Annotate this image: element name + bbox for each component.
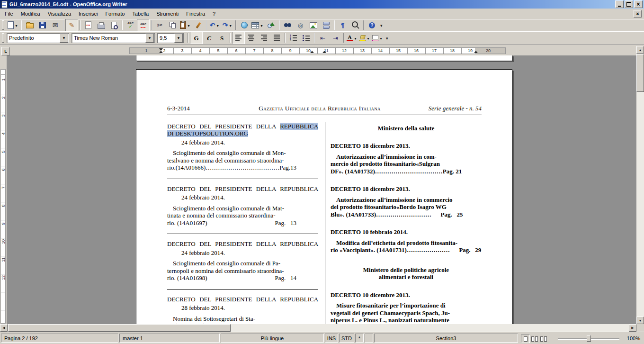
zoom-slider-thumb[interactable]	[587, 335, 591, 342]
highlighting-button[interactable]	[358, 32, 371, 44]
gallery-button[interactable]	[307, 19, 320, 31]
single-page-view-button[interactable]	[521, 335, 530, 343]
minimize-button[interactable]	[615, 0, 624, 8]
maximize-button[interactable]	[625, 0, 633, 8]
menu-finestra[interactable]: Finestra	[182, 9, 209, 18]
document-page[interactable]: 6-3-2014 Gazzetta Ufficiale della Repubb…	[136, 69, 512, 324]
navigator-button[interactable]	[294, 19, 307, 31]
left-indent-marker[interactable]	[159, 51, 163, 53]
page-preview-button[interactable]	[107, 19, 120, 31]
decrease-indent-button[interactable]	[316, 32, 329, 44]
font-color-button[interactable]	[346, 32, 358, 44]
right-indent-marker[interactable]	[474, 51, 478, 53]
data-sources-button[interactable]	[320, 19, 332, 31]
chevron-down-icon[interactable]	[14, 22, 18, 28]
edit-file-button[interactable]	[65, 19, 78, 31]
menu-visualizza[interactable]: Visualizza	[44, 9, 75, 18]
scroll-left-icon[interactable]: ◀	[0, 324, 8, 332]
menu-tabella[interactable]: Tabella	[128, 9, 152, 18]
format-paintbrush-button[interactable]	[192, 19, 205, 31]
toolbar-options-button[interactable]	[386, 35, 388, 41]
book-view-button[interactable]	[539, 335, 548, 343]
underline-button[interactable]: S	[215, 32, 228, 44]
chevron-down-icon[interactable]	[228, 22, 233, 28]
insert-table-button[interactable]	[250, 19, 265, 31]
document-canvas[interactable]: 6-3-2014 Gazzetta Ufficiale della Repubb…	[7, 55, 636, 324]
bullet-list-button[interactable]	[300, 32, 313, 44]
font-name-select[interactable]: Times New Roman	[72, 33, 155, 43]
title-bar[interactable]: GU_6marzo2014_54.odt - OpenOffice.org Wr…	[0, 0, 644, 9]
paste-button[interactable]	[179, 19, 192, 31]
chevron-down-icon[interactable]	[145, 34, 154, 43]
menu-file[interactable]: File	[1, 9, 17, 18]
print-button[interactable]	[95, 19, 107, 31]
cut-button[interactable]	[153, 19, 166, 31]
status-section[interactable]: Section3	[374, 334, 518, 343]
selected-text[interactable]: DI DESKTOPSOLUTION.ORG	[167, 130, 248, 137]
paragraph-style-select[interactable]: Predefinito	[7, 33, 69, 43]
status-insert-mode[interactable]: INS	[325, 334, 338, 343]
chevron-down-icon[interactable]	[174, 34, 183, 43]
justify-button[interactable]	[270, 32, 283, 44]
close-document-icon[interactable]	[634, 10, 642, 18]
menu-strumenti[interactable]: Strumenti	[152, 9, 182, 18]
tab-stop-selector[interactable]	[1, 47, 10, 55]
toolbar-options-button[interactable]	[380, 22, 383, 28]
status-selection-mode[interactable]: STD	[339, 334, 354, 343]
menu-inserisci[interactable]: Inserisci	[75, 9, 101, 18]
status-page-style[interactable]: master 1	[119, 334, 220, 343]
bold-button[interactable]: G	[190, 32, 203, 44]
close-button[interactable]	[634, 0, 643, 8]
redo-button[interactable]	[221, 19, 234, 31]
multi-page-view-button[interactable]	[530, 335, 539, 343]
show-draw-functions-button[interactable]	[265, 19, 277, 31]
selected-text[interactable]: REPUBBLICA	[280, 123, 318, 130]
toolbar-grip[interactable]	[2, 33, 4, 43]
status-page-number[interactable]: Pagina 2 / 192	[1, 334, 118, 343]
toolbar-grip[interactable]	[2, 20, 4, 30]
spellcheck-button[interactable]	[124, 19, 137, 31]
horizontal-scrollbar[interactable]: ◀ ▶	[0, 324, 636, 332]
menu-modifica[interactable]: Modifica	[17, 9, 44, 18]
new-document-button[interactable]	[7, 19, 19, 31]
horizontal-scroll-thumb[interactable]	[8, 324, 231, 332]
scroll-up-icon[interactable]: ▲	[636, 46, 644, 54]
status-zoom-level[interactable]: 100%	[622, 334, 643, 343]
scroll-right-icon[interactable]: ▶	[629, 324, 636, 332]
zoom-button[interactable]	[349, 19, 362, 31]
column-end-marker[interactable]	[310, 51, 314, 53]
font-size-select[interactable]: 9,5	[157, 33, 184, 43]
help-button[interactable]	[366, 19, 378, 31]
menu-formato[interactable]: Formato	[101, 9, 128, 18]
save-button[interactable]	[36, 19, 49, 31]
vertical-scrollbar[interactable]: ▲ ▼	[636, 46, 644, 324]
chevron-down-icon[interactable]	[259, 22, 264, 28]
increase-indent-button[interactable]	[329, 32, 342, 44]
open-button[interactable]	[23, 19, 36, 31]
chevron-down-icon[interactable]	[215, 22, 220, 28]
numbered-list-button[interactable]	[287, 32, 300, 44]
align-left-button[interactable]	[232, 32, 245, 44]
column-start-marker[interactable]	[322, 51, 326, 53]
vertical-ruler[interactable]: 123456789101112	[0, 55, 7, 324]
italic-button[interactable]: C	[203, 32, 215, 44]
align-center-button[interactable]	[245, 32, 258, 44]
copy-button[interactable]	[166, 19, 179, 31]
auto-spellcheck-button[interactable]	[137, 19, 150, 31]
status-language[interactable]: Più lingue	[221, 334, 324, 343]
chevron-down-icon[interactable]	[60, 34, 68, 43]
paragraph-style-value[interactable]: Predefinito	[7, 35, 60, 41]
document-as-email-button[interactable]	[49, 19, 62, 31]
horizontal-ruler[interactable]: 1234567891011121314151617181920	[129, 47, 506, 54]
chevron-down-icon[interactable]	[366, 35, 370, 41]
background-color-button[interactable]	[371, 32, 384, 44]
status-modified-flag[interactable]: *	[355, 334, 364, 343]
find-replace-button[interactable]	[281, 19, 294, 31]
chevron-down-icon[interactable]	[353, 35, 358, 41]
nonprinting-characters-button[interactable]	[336, 19, 349, 31]
chevron-down-icon[interactable]	[187, 22, 191, 28]
font-name-value[interactable]: Times New Roman	[72, 35, 145, 41]
scroll-down-icon[interactable]: ▼	[636, 317, 644, 324]
export-pdf-button[interactable]	[82, 19, 95, 31]
align-right-button[interactable]	[258, 32, 270, 44]
